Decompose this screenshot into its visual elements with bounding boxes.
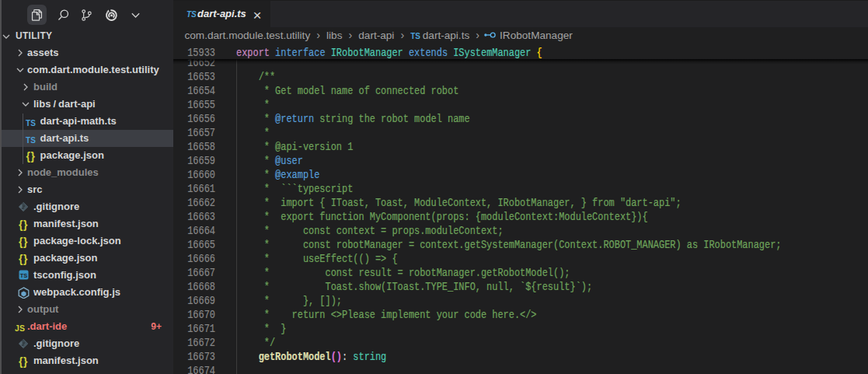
- svg-text:TS: TS: [19, 272, 27, 279]
